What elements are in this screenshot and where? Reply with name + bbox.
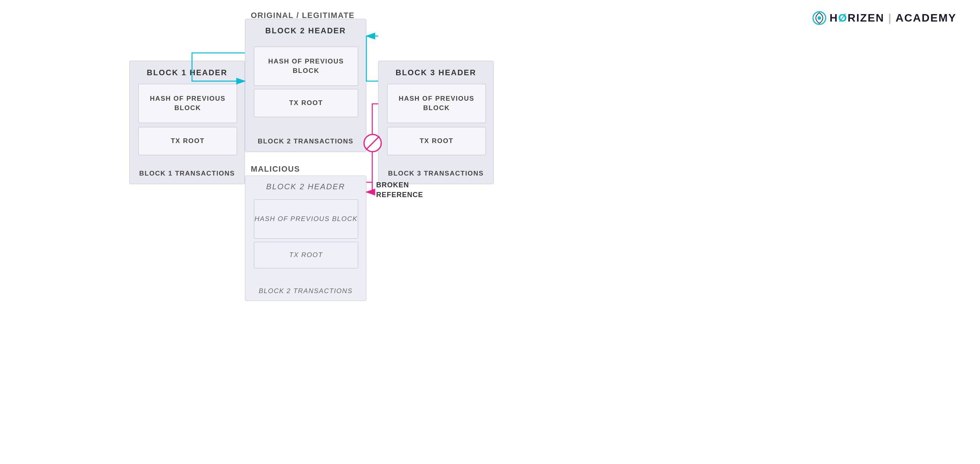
block2-malicious-txroot-box: TX ROOT xyxy=(254,242,358,268)
block2-original-tx-label: BLOCK 2 TRANSACTIONS xyxy=(245,138,366,145)
block3-txroot-label: TX ROOT xyxy=(388,136,485,146)
logo-icon xyxy=(812,11,826,25)
block1-hash-label: HASH OF PREVIOUS BLOCK xyxy=(139,94,237,113)
block1-txroot-box: TX ROOT xyxy=(138,127,237,155)
block3-txroot-box: TX ROOT xyxy=(387,127,486,155)
block1-header-label: BLOCK 1 HEADER xyxy=(130,68,245,77)
no-symbol xyxy=(363,133,382,153)
block2-malicious-header-label: BLOCK 2 HEADER xyxy=(245,182,366,191)
block2-original-container: BLOCK 2 HEADER HASH OF PREVIOUS BLOCK TX… xyxy=(245,19,366,152)
block2-original-hash-box: HASH OF PREVIOUS BLOCK xyxy=(254,47,358,86)
malicious-label: MALICIOUS xyxy=(251,165,300,174)
block2-original-header-label: BLOCK 2 HEADER xyxy=(245,26,366,35)
diagram-container: HØRIZEN | ACADEMY ORIGINAL / LEGITIMATE … xyxy=(0,0,980,464)
block2-malicious-container: BLOCK 2 HEADER HASH OF PREVIOUS BLOCK TX… xyxy=(245,176,366,301)
block2-original-txroot-label: TX ROOT xyxy=(254,98,358,108)
logo-text: HØRIZEN | ACADEMY xyxy=(830,12,956,24)
broken-reference-label: BROKEN REFERENCE xyxy=(376,180,423,200)
arrow-block3-to-block2-orig xyxy=(366,36,378,81)
svg-point-1 xyxy=(818,16,821,20)
block2-original-hash-label: HASH OF PREVIOUS BLOCK xyxy=(254,57,358,76)
block2-malicious-tx-label: BLOCK 2 TRANSACTIONS xyxy=(245,287,366,295)
block1-container: BLOCK 1 HEADER HASH OF PREVIOUS BLOCK TX… xyxy=(129,61,245,184)
block1-tx-label: BLOCK 1 TRANSACTIONS xyxy=(130,170,245,178)
block3-hash-box: HASH OF PREVIOUS BLOCK xyxy=(387,84,486,123)
block1-hash-box: HASH OF PREVIOUS BLOCK xyxy=(138,84,237,123)
block2-malicious-hash-label: HASH OF PREVIOUS BLOCK xyxy=(254,214,358,224)
block3-header-label: BLOCK 3 HEADER xyxy=(379,68,493,77)
block3-tx-label: BLOCK 3 TRANSACTIONS xyxy=(379,170,493,178)
block2-malicious-hash-box: HASH OF PREVIOUS BLOCK xyxy=(254,199,358,239)
block2-original-txroot-box: TX ROOT xyxy=(254,89,358,117)
block3-hash-label: HASH OF PREVIOUS BLOCK xyxy=(388,94,485,113)
logo: HØRIZEN | ACADEMY xyxy=(812,11,956,25)
block3-container: BLOCK 3 HEADER HASH OF PREVIOUS BLOCK TX… xyxy=(378,61,494,184)
block2-malicious-txroot-label: TX ROOT xyxy=(254,250,358,260)
block1-txroot-label: TX ROOT xyxy=(139,136,237,146)
